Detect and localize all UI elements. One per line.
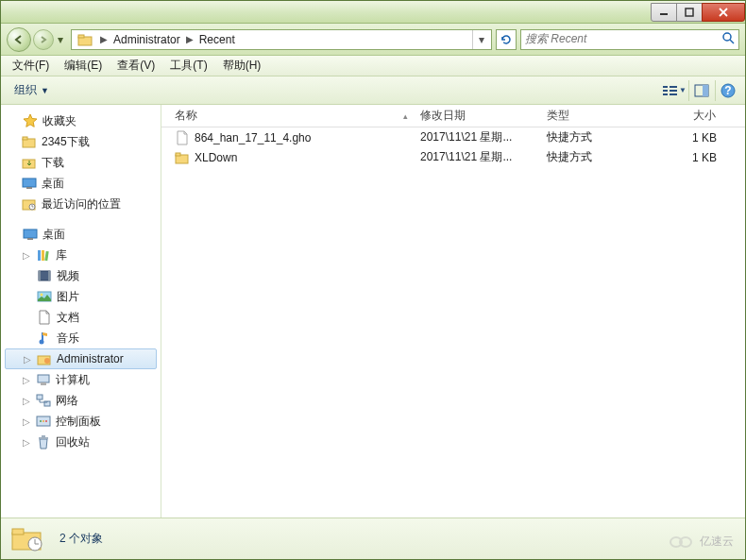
file-row[interactable]: 864_han_17_11_4.gho 2017\11\21 星期... 快捷方… (161, 127, 745, 147)
content-area: 名称▴ 修改日期 类型 大小 864_han_17_11_4.gho 2017\… (161, 105, 745, 518)
menu-edit[interactable]: 编辑(E) (57, 56, 110, 76)
svg-rect-22 (26, 187, 32, 189)
address-bar[interactable]: ▶ Administrator ▶ Recent ▾ (71, 29, 492, 50)
file-date: 2017\11\21 星期... (415, 129, 541, 145)
minimize-button[interactable] (651, 3, 677, 22)
file-type: 快捷方式 (541, 129, 647, 145)
svg-text:?: ? (724, 84, 731, 97)
preview-pane-button[interactable] (688, 80, 713, 101)
video-icon (37, 268, 52, 283)
status-folder-icon (10, 524, 44, 554)
refresh-button[interactable] (496, 29, 517, 50)
file-icon (175, 130, 190, 145)
back-button[interactable] (7, 27, 31, 52)
sidebar-computer[interactable]: ▷计算机 (1, 369, 161, 390)
sidebar-item[interactable]: 图片 (1, 286, 161, 307)
svg-rect-49 (176, 153, 180, 156)
svg-rect-29 (44, 251, 48, 261)
sidebar-recycle[interactable]: ▷回收站 (1, 432, 161, 452)
menu-file[interactable]: 文件(F) (5, 56, 57, 76)
search-icon[interactable] (721, 31, 735, 47)
svg-point-44 (42, 420, 44, 422)
col-type[interactable]: 类型 (541, 105, 647, 127)
folder-icon (175, 150, 190, 165)
sidebar-control[interactable]: ▷控制面板 (1, 411, 161, 432)
col-name[interactable]: 名称▴ (161, 105, 415, 127)
organize-button[interactable]: 组织 ▼ (7, 79, 57, 101)
svg-line-7 (730, 40, 734, 43)
computer-icon (36, 372, 51, 387)
sidebar-item[interactable]: 2345下载 (1, 131, 161, 152)
file-date: 2017\11\21 星期... (415, 149, 541, 165)
sidebar-admin[interactable]: ▷Administrator (5, 348, 157, 369)
svg-rect-38 (38, 375, 49, 382)
watermark: 亿速云 (668, 533, 734, 550)
svg-rect-32 (48, 271, 50, 280)
music-icon (37, 331, 52, 346)
sidebar-network[interactable]: ▷网络 (1, 390, 161, 411)
maximize-button[interactable] (676, 3, 703, 22)
sidebar-favorites[interactable]: 收藏夹 (1, 110, 161, 131)
col-size[interactable]: 大小 (647, 105, 722, 127)
sidebar-library[interactable]: ▷库 (1, 245, 161, 265)
forward-button[interactable] (33, 29, 54, 50)
col-date[interactable]: 修改日期 (415, 105, 541, 127)
menu-help[interactable]: 帮助(H) (215, 56, 269, 76)
svg-rect-9 (663, 90, 668, 92)
svg-rect-19 (23, 137, 27, 140)
sidebar-desktop[interactable]: 桌面 (1, 224, 161, 245)
desktop-icon (23, 227, 38, 242)
explorer-window: ▾ ▶ Administrator ▶ Recent ▾ 搜索 Recent 文… (0, 0, 746, 560)
file-name: XLDown (195, 151, 237, 164)
svg-rect-27 (38, 250, 41, 261)
sidebar-item[interactable]: 文档 (1, 307, 161, 328)
file-size: 1 KB (647, 151, 722, 164)
search-placeholder: 搜索 Recent (525, 31, 586, 47)
menu-view[interactable]: 查看(V) (110, 56, 162, 76)
svg-rect-39 (41, 382, 46, 385)
search-input[interactable]: 搜索 Recent (520, 29, 739, 50)
sidebar-item[interactable]: 最近访问的位置 (1, 194, 161, 214)
svg-rect-31 (39, 271, 41, 280)
svg-rect-47 (42, 435, 45, 437)
body: 收藏夹 2345下载 下载 桌面 最近访问的位置 桌面 ▷库 视频 图片 文档 … (1, 105, 745, 518)
nav-history-dropdown[interactable]: ▾ (54, 29, 67, 50)
sidebar-item[interactable]: 桌面 (1, 173, 161, 194)
svg-rect-10 (663, 93, 668, 95)
close-button[interactable] (702, 3, 745, 22)
svg-rect-21 (23, 178, 36, 187)
svg-point-34 (41, 294, 43, 297)
sidebar-item[interactable]: 下载 (1, 152, 161, 173)
column-headers: 名称▴ 修改日期 类型 大小 (161, 105, 745, 127)
navbar: ▾ ▶ Administrator ▶ Recent ▾ 搜索 Recent (1, 24, 745, 56)
svg-rect-11 (670, 86, 677, 88)
breadcrumb-seg-2[interactable]: Recent (197, 33, 237, 46)
titlebar (1, 1, 745, 24)
document-icon (37, 310, 52, 325)
breadcrumb-seg-1[interactable]: Administrator (111, 33, 182, 46)
sidebar-item[interactable]: 视频 (1, 265, 161, 286)
svg-rect-46 (39, 437, 48, 439)
svg-rect-8 (663, 86, 668, 88)
svg-rect-12 (670, 90, 677, 92)
svg-rect-25 (24, 229, 37, 238)
svg-rect-51 (12, 529, 24, 535)
help-button[interactable]: ? (715, 80, 739, 101)
network-icon (36, 393, 51, 408)
sort-asc-icon: ▴ (403, 111, 408, 121)
menu-tools[interactable]: 工具(T) (162, 56, 214, 76)
svg-rect-40 (37, 395, 42, 399)
toolbar: 组织 ▼ ▼ ? (1, 76, 745, 105)
status-text: 2 个对象 (59, 531, 103, 547)
sidebar-item[interactable]: 音乐 (1, 328, 161, 348)
file-list[interactable]: 864_han_17_11_4.gho 2017\11\21 星期... 快捷方… (161, 127, 745, 518)
svg-rect-1 (686, 8, 693, 16)
file-row[interactable]: XLDown 2017\11\21 星期... 快捷方式 1 KB (161, 147, 745, 167)
image-icon (37, 289, 52, 304)
view-mode-button[interactable]: ▼ (662, 80, 687, 101)
address-dropdown-icon[interactable]: ▾ (472, 30, 489, 49)
svg-rect-26 (27, 238, 33, 240)
library-icon (36, 247, 51, 263)
folder-icon (22, 155, 37, 170)
sidebar: 收藏夹 2345下载 下载 桌面 最近访问的位置 桌面 ▷库 视频 图片 文档 … (1, 105, 161, 518)
